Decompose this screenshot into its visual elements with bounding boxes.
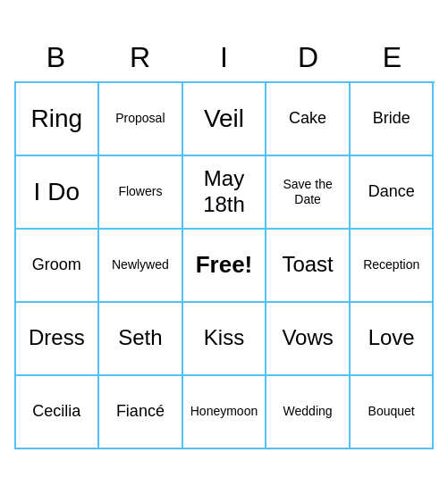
cell-text: Flowers — [118, 184, 162, 199]
cell-text: Proposal — [115, 111, 165, 126]
grid-cell-3-2: Kiss — [183, 303, 267, 376]
cell-text: I Do — [34, 177, 80, 207]
cell-text: Ring — [31, 104, 83, 134]
grid-cell-2-0: Groom — [16, 230, 100, 303]
cell-text: Wedding — [283, 404, 333, 419]
cell-text: Cecilia — [32, 402, 80, 422]
cell-text: Honeymoon — [190, 404, 258, 419]
grid-cell-4-2: Honeymoon — [183, 376, 267, 449]
grid-cell-0-4: Bride — [351, 83, 435, 156]
grid-cell-4-3: Wedding — [266, 376, 351, 449]
cell-text: May 18th — [187, 166, 262, 218]
grid-cell-3-3: Vows — [266, 303, 351, 376]
cell-text: Groom — [32, 256, 81, 275]
header-letter: D — [266, 38, 351, 78]
cell-text: Seth — [118, 325, 162, 351]
cell-text: Dress — [29, 325, 85, 351]
cell-text: Free! — [196, 251, 253, 279]
grid-cell-1-1: Flowers — [99, 156, 183, 230]
header-letter: E — [351, 38, 435, 78]
cell-text: Dance — [368, 182, 415, 202]
cell-text: Cake — [289, 109, 326, 129]
grid-cell-1-4: Dance — [351, 156, 435, 230]
grid-cell-4-0: Cecilia — [16, 376, 100, 449]
grid-cell-1-3: Save the Date — [266, 156, 351, 230]
cell-text: Bride — [373, 109, 410, 129]
cell-text: Vows — [282, 325, 333, 351]
grid-cell-0-3: Cake — [266, 83, 351, 156]
bingo-header: BRIDE — [14, 38, 435, 78]
grid-cell-1-0: I Do — [16, 156, 100, 230]
cell-text: Save the Date — [270, 177, 345, 207]
header-letter: B — [14, 38, 98, 78]
header-letter: R — [98, 38, 182, 78]
cell-text: Fiancé — [116, 402, 165, 422]
grid-cell-1-2: May 18th — [183, 156, 267, 230]
bingo-card: BRIDE RingProposalVeilCakeBrideI DoFlowe… — [14, 38, 435, 449]
grid-cell-2-3: Toast — [266, 230, 351, 303]
cell-text: Newlywed — [112, 257, 169, 272]
grid-cell-0-2: Veil — [183, 83, 267, 156]
grid-cell-2-2: Free! — [183, 230, 267, 303]
grid-cell-4-1: Fiancé — [99, 376, 183, 449]
grid-cell-4-4: Bouquet — [351, 376, 435, 449]
grid-cell-3-1: Seth — [99, 303, 183, 376]
cell-text: Bouquet — [368, 404, 415, 419]
grid-cell-3-0: Dress — [16, 303, 100, 376]
grid-cell-0-1: Proposal — [99, 83, 183, 156]
cell-text: Reception — [363, 257, 419, 272]
cell-text: Kiss — [204, 325, 244, 351]
cell-text: Love — [368, 325, 415, 351]
grid-cell-2-1: Newlywed — [99, 230, 183, 303]
cell-text: Veil — [204, 104, 244, 134]
cell-text: Toast — [282, 252, 333, 278]
header-letter: I — [182, 38, 266, 78]
bingo-grid: RingProposalVeilCakeBrideI DoFlowersMay … — [14, 81, 435, 449]
grid-cell-2-4: Reception — [351, 230, 435, 303]
grid-cell-0-0: Ring — [16, 83, 100, 156]
grid-cell-3-4: Love — [351, 303, 435, 376]
